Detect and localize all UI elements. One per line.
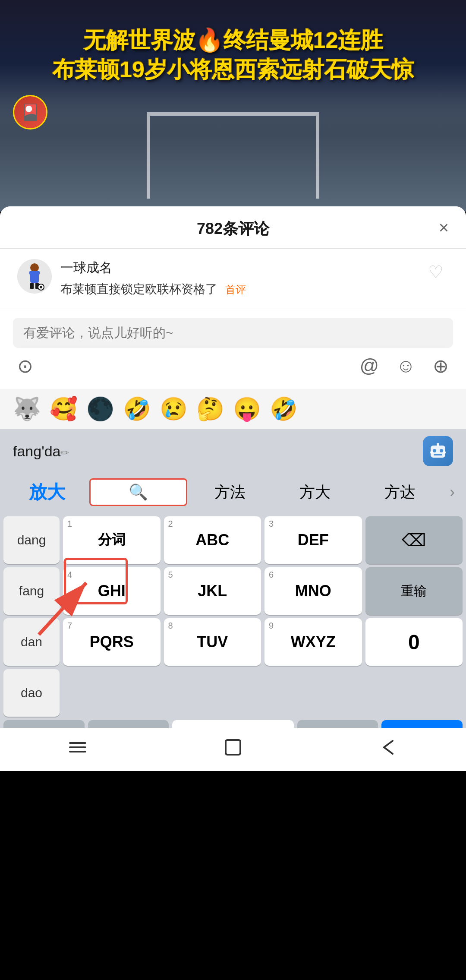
- key-3-def[interactable]: 3 DEF: [264, 516, 362, 564]
- svg-rect-17: [69, 746, 86, 748]
- ime-ai-button[interactable]: [423, 436, 453, 466]
- key-backspace[interactable]: ⌫: [365, 516, 463, 564]
- emoji-tongue[interactable]: 😛: [233, 396, 261, 422]
- svg-rect-3: [29, 271, 40, 275]
- emoji-cry[interactable]: 😢: [160, 396, 188, 422]
- goal-visual: [147, 112, 319, 199]
- svg-rect-4: [30, 283, 34, 289]
- comments-count: 782条评论: [197, 218, 269, 240]
- suggestion-dan[interactable]: dan: [3, 618, 60, 666]
- video-title: 无解世界波🔥终结曼城12连胜 布莱顿19岁小将恩西索远射石破天惊: [39, 26, 427, 84]
- input-area: ⊙ @ ☺ ⊕: [0, 309, 466, 389]
- first-comment-badge: 首评: [225, 284, 246, 295]
- key-0[interactable]: 0: [365, 618, 463, 666]
- svg-rect-19: [226, 740, 240, 755]
- video-background: 无解世界波🔥终结曼城12连胜 布莱顿19岁小将恩西索远射石破天惊 🎴: [0, 0, 466, 212]
- suggestion-dao[interactable]: dao: [3, 669, 60, 717]
- svg-point-10: [433, 449, 436, 452]
- nav-menu-button[interactable]: [60, 734, 95, 760]
- like-button[interactable]: ♡: [423, 259, 449, 285]
- emoji-love[interactable]: 🥰: [50, 396, 78, 422]
- emoji-rofl[interactable]: 🤣: [270, 396, 298, 422]
- comment-item: 一球成名 布莱顿直接锁定欧联杯资格了 首评 ♡: [0, 249, 466, 309]
- at-icon[interactable]: @: [359, 355, 379, 377]
- svg-rect-16: [69, 742, 86, 744]
- toolbar-left: ⊙: [17, 355, 33, 377]
- camera-icon[interactable]: ⊙: [17, 355, 33, 377]
- candidate-1[interactable]: 放大: [4, 473, 89, 511]
- comments-panel: 782条评论 × 一球成名: [0, 206, 466, 771]
- comment-username: 一球成名: [60, 259, 414, 277]
- emoji-row: 🐺 🥰 🌑 🤣 😢 🤔 😛 🤣: [0, 389, 466, 429]
- key-9-wxyz[interactable]: 9 WXYZ: [264, 618, 362, 666]
- svg-point-15: [443, 451, 446, 454]
- key-4-ghi[interactable]: 4 GHI: [63, 567, 161, 615]
- nav-back-button[interactable]: [371, 734, 406, 760]
- candidate-search[interactable]: 🔍: [89, 478, 187, 506]
- navigation-bar: [0, 728, 466, 771]
- candidate-3[interactable]: 方法: [187, 475, 272, 510]
- emoji-laugh[interactable]: 🤣: [123, 396, 151, 422]
- svg-rect-9: [431, 446, 445, 458]
- svg-point-8: [40, 286, 42, 288]
- emoji-face-icon[interactable]: ☺: [396, 355, 416, 377]
- more-candidates-icon[interactable]: ›: [443, 483, 462, 501]
- key-reinput[interactable]: 重输: [365, 567, 463, 615]
- plus-icon[interactable]: ⊕: [433, 355, 449, 377]
- word-suggestions-column: dang fang dan dao: [3, 516, 60, 717]
- suggestion-dang[interactable]: dang: [3, 516, 60, 564]
- toolbar-right: @ ☺ ⊕: [359, 355, 449, 377]
- emoji-wolf[interactable]: 🐺: [13, 396, 41, 422]
- svg-point-11: [440, 449, 443, 452]
- comment-text: 布莱顿直接锁定欧联杯资格了 首评: [60, 280, 414, 298]
- key-2-abc[interactable]: 2 ABC: [164, 516, 261, 564]
- main-keyboard: 1 分词 2 ABC 3 DEF ⌫ 4 GHI: [63, 516, 463, 717]
- nav-home-button[interactable]: [216, 734, 250, 760]
- candidate-4[interactable]: 方大: [273, 475, 358, 510]
- key-8-tuv[interactable]: 8 TUV: [164, 618, 261, 666]
- svg-point-14: [430, 451, 433, 454]
- svg-point-1: [30, 263, 39, 272]
- comment-input[interactable]: [13, 318, 453, 348]
- svg-rect-18: [69, 751, 86, 752]
- ime-typed-text: fang'da✏: [13, 443, 423, 460]
- close-button[interactable]: ×: [439, 218, 449, 237]
- input-toolbar: ⊙ @ ☺ ⊕: [13, 348, 453, 380]
- comment-content: 一球成名 布莱顿直接锁定欧联杯资格了 首评: [60, 259, 414, 298]
- emoji-moon[interactable]: 🌑: [86, 396, 114, 422]
- candidate-5[interactable]: 方达: [358, 475, 443, 510]
- svg-rect-12: [434, 454, 442, 455]
- comment-avatar: [17, 259, 52, 294]
- emoji-think[interactable]: 🤔: [196, 396, 224, 422]
- key-7-pqrs[interactable]: 7 PQRS: [63, 618, 161, 666]
- candidate-row: 放大 🔍 方法 方大 方达 ›: [0, 473, 466, 513]
- keyboard-area: dang fang dan dao 1 分词 2 ABC 3: [0, 513, 466, 717]
- video-avatar: 🎴: [13, 95, 47, 130]
- suggestion-fang[interactable]: fang: [3, 567, 60, 615]
- svg-rect-13: [437, 443, 439, 446]
- key-6-mno[interactable]: 6 MNO: [264, 567, 362, 615]
- key-1-fenci[interactable]: 1 分词: [63, 516, 161, 564]
- comments-header: 782条评论 ×: [0, 206, 466, 249]
- key-5-jkl[interactable]: 5 JKL: [164, 567, 261, 615]
- ime-input-display: fang'da✏: [0, 429, 466, 473]
